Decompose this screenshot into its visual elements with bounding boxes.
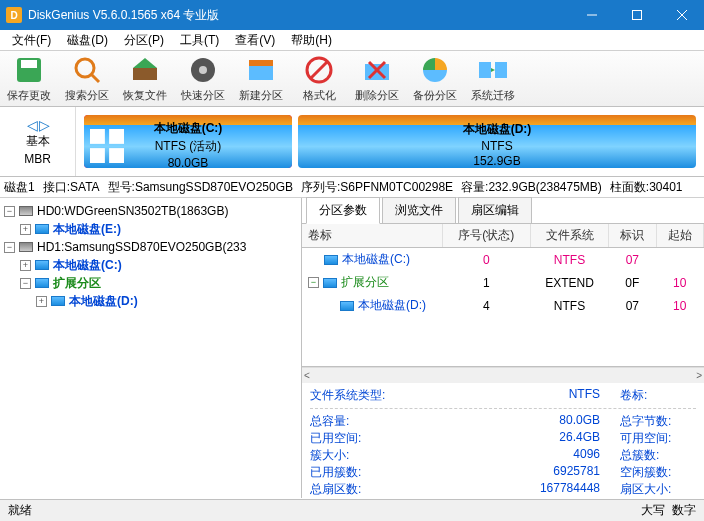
partition-table[interactable]: 卷标 序号(状态) 文件系统 标识 起始 本地磁盘(C:) 0NTFS07 −扩… bbox=[302, 224, 704, 317]
menu-tools[interactable]: 工具(T) bbox=[172, 30, 227, 51]
menu-partition[interactable]: 分区(P) bbox=[116, 30, 172, 51]
svg-rect-13 bbox=[249, 60, 273, 66]
horizontal-scrollbar[interactable]: <> bbox=[302, 367, 704, 383]
tree-hd1-d[interactable]: +本地磁盘(D:) bbox=[36, 292, 299, 310]
menu-help[interactable]: 帮助(H) bbox=[283, 30, 340, 51]
tree-hd0-e[interactable]: +本地磁盘(E:) bbox=[20, 220, 299, 238]
window-title: DiskGenius V5.6.0.1565 x64 专业版 bbox=[28, 7, 569, 24]
partition-icon bbox=[324, 255, 338, 265]
menu-disk[interactable]: 磁盘(D) bbox=[59, 30, 116, 51]
delete-partition-button[interactable]: 删除分区 bbox=[348, 51, 406, 106]
next-disk-icon[interactable]: ▷ bbox=[39, 117, 49, 131]
svg-line-15 bbox=[311, 62, 327, 78]
disk-tree[interactable]: −HD0:WDGreenSN3502TB(1863GB) +本地磁盘(E:) −… bbox=[2, 202, 299, 310]
app-icon: D bbox=[6, 7, 22, 23]
partition-icon bbox=[51, 296, 65, 306]
recover-files-button[interactable]: 恢复文件 bbox=[116, 51, 174, 106]
svg-rect-20 bbox=[495, 62, 507, 78]
disk-type-label: 基本 bbox=[26, 133, 50, 150]
svg-line-7 bbox=[91, 74, 99, 82]
svg-rect-1 bbox=[632, 11, 641, 20]
svg-rect-24 bbox=[90, 148, 105, 163]
tree-hd1[interactable]: −HD1:SamsungSSD870EVO250GB(233 bbox=[4, 238, 299, 256]
backup-partition-button[interactable]: 备份分区 bbox=[406, 51, 464, 106]
disk-info-bar: 磁盘1 接口:SATA 型号:SamsungSSD870EVO250GB 序列号… bbox=[0, 177, 704, 198]
svg-rect-22 bbox=[90, 129, 105, 144]
disk-icon bbox=[19, 242, 33, 252]
quick-partition-button[interactable]: 快速分区 bbox=[174, 51, 232, 106]
menu-view[interactable]: 查看(V) bbox=[227, 30, 283, 51]
status-caps: 大写 bbox=[641, 503, 665, 517]
menubar: 文件(F) 磁盘(D) 分区(P) 工具(T) 查看(V) 帮助(H) bbox=[0, 30, 704, 51]
partition-icon bbox=[35, 260, 49, 270]
menu-file[interactable]: 文件(F) bbox=[4, 30, 59, 51]
tree-hd0[interactable]: −HD0:WDGreenSN3502TB(1863GB) bbox=[4, 202, 299, 220]
partition-bar-d[interactable]: 本地磁盘(D:) NTFS 152.9GB bbox=[298, 115, 696, 168]
status-num: 数字 bbox=[672, 503, 696, 517]
svg-point-11 bbox=[199, 66, 207, 74]
partition-icon bbox=[35, 224, 49, 234]
table-row[interactable]: −扩展分区 1EXTEND0F10 bbox=[302, 271, 704, 294]
prev-disk-icon[interactable]: ◁ bbox=[27, 117, 37, 131]
tab-sector-edit[interactable]: 扇区编辑 bbox=[458, 197, 532, 223]
tree-hd1-ext[interactable]: −扩展分区 bbox=[20, 274, 299, 292]
close-button[interactable] bbox=[659, 0, 704, 30]
format-button[interactable]: 格式化 bbox=[290, 51, 348, 106]
tree-hd1-c[interactable]: +本地磁盘(C:) bbox=[20, 256, 299, 274]
save-changes-button[interactable]: 保存更改 bbox=[0, 51, 58, 106]
svg-rect-19 bbox=[479, 62, 491, 78]
partition-bar-c[interactable]: 本地磁盘(C:) NTFS (活动) 80.0GB bbox=[84, 115, 292, 168]
status-text: 就绪 bbox=[8, 502, 32, 519]
search-partition-button[interactable]: 搜索分区 bbox=[58, 51, 116, 106]
toolbar: 保存更改 搜索分区 恢复文件 快速分区 新建分区 格式化 删除分区 备份分区 系… bbox=[0, 51, 704, 107]
table-row[interactable]: 本地磁盘(C:) 0NTFS07 bbox=[302, 248, 704, 272]
disk-mbr-label: MBR bbox=[24, 152, 51, 166]
disk-icon bbox=[19, 206, 33, 216]
minimize-button[interactable] bbox=[569, 0, 614, 30]
tab-partition-params[interactable]: 分区参数 bbox=[306, 197, 380, 224]
table-row[interactable]: 本地磁盘(D:) 4NTFS0710 bbox=[302, 294, 704, 317]
svg-rect-8 bbox=[133, 68, 157, 80]
tab-browse-files[interactable]: 浏览文件 bbox=[382, 197, 456, 223]
svg-rect-12 bbox=[249, 64, 273, 80]
svg-marker-9 bbox=[133, 58, 157, 68]
svg-marker-21 bbox=[491, 68, 495, 72]
partition-icon bbox=[35, 278, 49, 288]
svg-rect-25 bbox=[109, 148, 124, 163]
partition-icon bbox=[323, 278, 337, 288]
svg-rect-5 bbox=[21, 60, 37, 68]
windows-logo-icon bbox=[90, 129, 124, 163]
partition-icon bbox=[340, 301, 354, 311]
system-migrate-button[interactable]: 系统迁移 bbox=[464, 51, 522, 106]
svg-rect-23 bbox=[109, 129, 124, 144]
maximize-button[interactable] bbox=[614, 0, 659, 30]
detail-pane: 文件系统类型:NTFS卷标: 总容量:80.0GB总字节数: 已用空间:26.4… bbox=[302, 383, 704, 498]
new-partition-button[interactable]: 新建分区 bbox=[232, 51, 290, 106]
